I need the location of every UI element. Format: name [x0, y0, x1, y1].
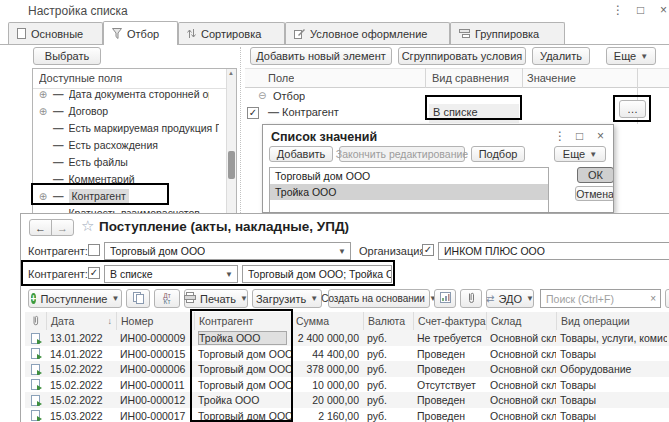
tab-filter[interactable]: Отбор [103, 21, 178, 45]
table-row[interactable]: 15.03.2022 ИН00-000017 Торговый дом ООО … [25, 408, 669, 422]
chevron-down-icon[interactable]: ▼ [334, 247, 350, 256]
values-dialog-title: Список значений [271, 130, 377, 144]
col-comparison: Вид сравнения [432, 72, 509, 84]
table-row[interactable]: 13.01.2022 ИН00-000009 Тройка ООО 2 400 … [25, 330, 669, 346]
document-icon [31, 395, 40, 406]
col-operation[interactable]: Вид операции [556, 312, 667, 330]
tab-conditional-format-label: Условное оформление [310, 28, 427, 40]
field-item[interactable]: ⊕— Дата документа сторонней организаци [38, 86, 209, 102]
filter-group-row[interactable]: ⊖ Отбор [245, 89, 669, 104]
col-invoice[interactable]: Счет-фактура [413, 312, 486, 330]
expand-icon[interactable]: ⊕ [38, 106, 48, 117]
tab-grouping[interactable]: Группировка [450, 22, 565, 44]
scroll-up-icon[interactable]: ▲ [228, 70, 234, 76]
edo-button[interactable]: ⇄ ЭДО ▼ [486, 289, 534, 308]
dialog-more-icon[interactable]: ⋮ [554, 129, 566, 143]
field-item[interactable]: — Есть файлы [38, 154, 128, 170]
dialog-close-icon[interactable]: × [597, 129, 604, 143]
search-input[interactable]: Поиск (Ctrl+F) × [540, 289, 661, 308]
counterparty-filter-combo[interactable]: Торговый дом ООО ▼ [104, 242, 351, 260]
field-item[interactable]: — Есть расхождения [38, 137, 158, 153]
col-number[interactable]: Номер [116, 312, 194, 330]
table-row[interactable]: 15.02.2022 ИН00-000006 Торговый дом ООО … [25, 361, 669, 377]
table-row[interactable]: 14.01.2022 ИН00-000015 Торговый дом ООО … [25, 346, 669, 361]
new-receipt-button[interactable]: + Поступление ▼ [28, 289, 122, 308]
add-new-element-button[interactable]: Добавить новый элемент [250, 47, 392, 65]
value-ellipsis-button[interactable]: … [619, 100, 646, 118]
arrow-right-icon: → [57, 222, 68, 234]
field-icon: — [53, 173, 64, 185]
col-counterparty[interactable]: Контрагент [194, 312, 291, 330]
delete-button[interactable]: Удалить [532, 47, 590, 65]
organization-filter-combo[interactable]: ИНКОМ ПЛЮС ООО [438, 242, 669, 260]
field-icon: — [53, 156, 64, 168]
fields-scrollbar[interactable]: ▲ [226, 69, 236, 215]
clear-search-icon[interactable]: × [646, 293, 660, 304]
settings-maximize-icon[interactable]: □ [637, 3, 644, 17]
dtkt-button[interactable]: Дт Кт [154, 289, 180, 308]
add-value-button[interactable]: Добавить [269, 146, 333, 162]
chevron-down-icon: ▼ [526, 294, 534, 303]
copy-document-button[interactable] [126, 289, 150, 308]
document-icon [31, 364, 40, 375]
pick-button[interactable]: Подбор [471, 146, 525, 162]
forward-button[interactable]: → [51, 219, 74, 236]
table-row[interactable]: 15.02.2022 ИН00-000012 Тройка ООО 20 000… [25, 392, 669, 408]
create-based-on-button[interactable]: Создать на основании ▼ [328, 289, 430, 308]
grouping-icon [459, 29, 470, 38]
panel-separator [240, 47, 241, 215]
col-warehouse[interactable]: Склад [486, 312, 556, 330]
col-date[interactable]: Дата ↓ [46, 312, 116, 330]
chevron-down-icon: ▼ [310, 294, 318, 303]
sort-icon [187, 28, 196, 39]
table-row[interactable]: 15.02.2022 ИН00-000011 Торговый дом ООО … [25, 377, 669, 392]
print-button[interactable]: Печать ▼ [184, 289, 248, 308]
tab-sorting[interactable]: Сортировка [178, 22, 285, 44]
dialog-more-button[interactable]: Еще▼ [554, 146, 606, 162]
select-button[interactable]: Выбрать [33, 47, 101, 65]
comparison-combo[interactable]: В списке ▼ [104, 265, 238, 283]
field-icon: — [53, 88, 64, 100]
field-item-kontragent[interactable]: ⊕— Контрагент [38, 188, 129, 204]
counterparty-values-field[interactable]: Торговый дом ООО; Тройка ООО [242, 265, 392, 283]
col-value: Значение [527, 72, 576, 84]
field-item[interactable]: ⊕— Договор [38, 103, 108, 119]
tab-main[interactable]: Основные [8, 22, 103, 44]
counterparty-active-checkbox[interactable]: ✓ [88, 267, 100, 279]
scrollbar-thumb[interactable] [228, 151, 235, 179]
group-conditions-button[interactable]: Сгруппировать условия [398, 47, 526, 65]
field-item[interactable]: — Есть маркируемая продукция ГИСМ [38, 120, 219, 136]
filter-condition-row[interactable]: ✓ — Контрагент В списке [245, 104, 669, 123]
comparison-cell[interactable]: В списке [429, 104, 519, 123]
field-icon: — [53, 139, 64, 151]
attachments-button[interactable] [460, 289, 482, 308]
expand-icon[interactable]: ⊕ [38, 89, 48, 100]
filter-group-icon: ⊖ [258, 90, 266, 101]
organization-filter-checkbox[interactable]: ✓ [422, 244, 434, 256]
condition-checkbox[interactable]: ✓ [247, 107, 259, 119]
expand-icon[interactable]: ⊕ [38, 191, 48, 202]
col-sum[interactable]: Сумма [291, 312, 363, 330]
paperclip-icon [32, 315, 40, 328]
organization-filter-label: Организация: [359, 245, 428, 257]
dialog-maximize-icon[interactable]: □ [576, 129, 583, 143]
reports-button[interactable] [434, 289, 456, 308]
value-item[interactable]: Торговый дом ООО [270, 168, 548, 184]
value-item-selected[interactable]: Тройка ООО [270, 184, 548, 200]
ok-button[interactable]: ОК [577, 167, 614, 183]
field-item[interactable]: — Комментарий [38, 171, 135, 187]
settings-more-icon[interactable]: ⋮ [612, 3, 624, 17]
back-button[interactable]: ← [29, 219, 52, 236]
chevron-down-icon[interactable]: ▼ [221, 270, 237, 279]
filter-icon [112, 28, 122, 39]
toolbar-more-button-partial[interactable] [665, 289, 669, 308]
document-icon [31, 348, 40, 359]
cancel-button[interactable]: Отмена [575, 186, 614, 201]
favorite-star-icon[interactable]: ☆ [81, 217, 94, 235]
load-button[interactable]: Загрузить ▼ [252, 289, 322, 308]
settings-close-icon[interactable]: × [660, 3, 667, 17]
col-currency[interactable]: Валюта [363, 312, 413, 330]
tab-conditional-format[interactable]: Условное оформление [285, 22, 450, 44]
counterparty-filter-checkbox[interactable] [88, 244, 100, 256]
settings-more-button[interactable]: Еще▼ [606, 47, 656, 65]
